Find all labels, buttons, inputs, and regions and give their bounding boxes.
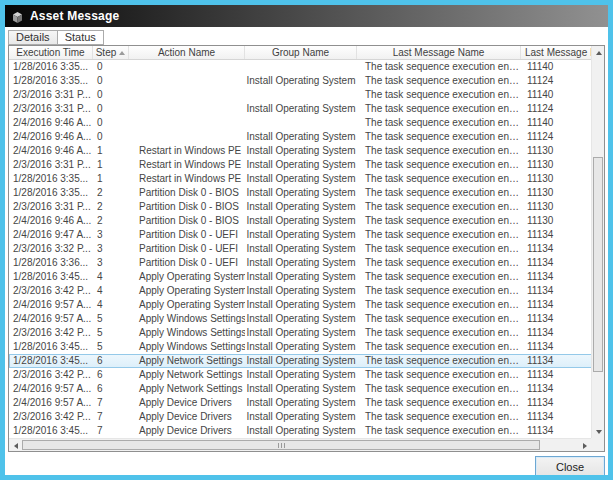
table-row[interactable]: 1/28/2016 3:35...1Restart in Windows PEI…: [9, 172, 604, 186]
table-cell: The task sequence execution engine st...: [357, 130, 521, 144]
table-row[interactable]: 2/3/2016 3:42 P...4Apply Operating Syste…: [9, 284, 604, 298]
table-cell: 6: [93, 368, 129, 382]
table-cell: 0: [93, 88, 129, 102]
table-cell: 5: [93, 326, 129, 340]
table-cell: Apply Device Drivers: [129, 396, 245, 410]
table-cell: Apply Network Settings: [129, 368, 245, 382]
table-row[interactable]: 2/4/2016 9:46 A...0The task sequence exe…: [9, 116, 604, 130]
table-row[interactable]: 1/28/2016 3:35...2Partition Disk 0 - BIO…: [9, 186, 604, 200]
horizontal-scrollbar[interactable]: [9, 438, 591, 451]
scroll-down-button[interactable]: [592, 425, 605, 438]
scrollbar-gripper: [284, 443, 285, 448]
table-cell: Install Operating System: [245, 396, 357, 410]
table-cell: The task sequence execution engine s...: [357, 214, 521, 228]
tab-status[interactable]: Status: [58, 30, 104, 45]
scrollbar-corner: [591, 438, 604, 451]
table-cell: 0: [93, 60, 129, 74]
table-cell: 2/4/2016 9:46 A...: [9, 130, 93, 144]
table-cell: Apply Windows Settings: [129, 340, 245, 354]
table-cell: Apply Operating System: [129, 298, 245, 312]
table-row[interactable]: 2/3/2016 3:32 P...3Partition Disk 0 - UE…: [9, 242, 604, 256]
table-cell: Install Operating System: [245, 312, 357, 326]
table-cell: Restart in Windows PE: [129, 158, 245, 172]
vertical-scrollbar[interactable]: [591, 46, 604, 438]
horizontal-scrollbar-thumb[interactable]: [22, 440, 540, 450]
table-row[interactable]: 1/28/2016 3:35...0The task sequence exec…: [9, 60, 604, 74]
table-row[interactable]: 2/3/2016 3:42 P...5Apply Windows Setting…: [9, 326, 604, 340]
table-row[interactable]: 1/28/2016 3:45...6Apply Network Settings…: [9, 354, 604, 368]
table-cell: 1/28/2016 3:45...: [9, 424, 93, 438]
table-row[interactable]: 2/3/2016 3:31 P...0The task sequence exe…: [9, 88, 604, 102]
vertical-scrollbar-thumb[interactable]: [593, 157, 603, 372]
table-cell: 5: [93, 312, 129, 326]
table-cell: The task sequence execution engine s...: [357, 256, 521, 270]
table-cell: Install Operating System: [245, 228, 357, 242]
table-cell: The task sequence execution engine s...: [357, 200, 521, 214]
scroll-right-button[interactable]: [578, 439, 591, 452]
table-cell: 1/28/2016 3:35...: [9, 74, 93, 88]
table-row[interactable]: 2/4/2016 9:57 A...5Apply Windows Setting…: [9, 312, 604, 326]
column-header-action-name[interactable]: Action Name: [129, 46, 245, 59]
column-header-group-name[interactable]: Group Name: [245, 46, 357, 59]
table-row[interactable]: 2/4/2016 9:47 A...3Partition Disk 0 - UE…: [9, 228, 604, 242]
column-header-last-message-name[interactable]: Last Message Name: [357, 46, 521, 59]
table-row[interactable]: 1/28/2016 3:35...0Install Operating Syst…: [9, 74, 604, 88]
table-cell: Install Operating System: [245, 144, 357, 158]
table-cell: Install Operating System: [245, 284, 357, 298]
table-cell: The task sequence execution engine s...: [357, 158, 521, 172]
table-cell: Install Operating System: [245, 354, 357, 368]
table-cell: 1/28/2016 3:35...: [9, 60, 93, 74]
table-row[interactable]: 2/3/2016 3:42 P...6Apply Network Setting…: [9, 368, 604, 382]
table-cell: [245, 116, 357, 130]
scroll-up-button[interactable]: [592, 46, 605, 59]
table-row[interactable]: 2/4/2016 9:57 A...7Apply Device DriversI…: [9, 396, 604, 410]
column-header-step-label: Step: [96, 46, 117, 59]
table-cell: The task sequence execution engine s...: [357, 242, 521, 256]
table-row[interactable]: 2/4/2016 9:57 A...4Apply Operating Syste…: [9, 298, 604, 312]
table-row[interactable]: 1/28/2016 3:45...5Apply Windows Settings…: [9, 340, 604, 354]
table-cell: [245, 60, 357, 74]
table-row[interactable]: 1/28/2016 3:45...7Apply Device DriversIn…: [9, 424, 604, 438]
table-cell: The task sequence execution engine s...: [357, 424, 521, 438]
table-row[interactable]: 2/4/2016 9:46 A...2Partition Disk 0 - BI…: [9, 214, 604, 228]
table-cell: The task sequence execution engine s...: [357, 228, 521, 242]
table-cell: Install Operating System: [245, 130, 357, 144]
table-row[interactable]: 2/3/2016 3:31 P...1Restart in Windows PE…: [9, 158, 604, 172]
column-header-execution-time[interactable]: Execution Time: [9, 46, 93, 59]
column-header-step[interactable]: Step: [93, 46, 129, 59]
content-area: Details Status Execution Time Step Actio…: [5, 27, 608, 475]
table-row[interactable]: 2/4/2016 9:46 A...1Restart in Windows PE…: [9, 144, 604, 158]
table-cell: The task sequence execution engine st...: [357, 116, 521, 130]
up-arrow-icon: [596, 51, 602, 55]
table-cell: Install Operating System: [245, 382, 357, 396]
table-cell: The task sequence execution engine s...: [357, 312, 521, 326]
table-cell: Apply Windows Settings: [129, 326, 245, 340]
table-row[interactable]: 1/28/2016 3:45...4Apply Operating System…: [9, 270, 604, 284]
left-arrow-icon: [14, 443, 18, 449]
tab-details[interactable]: Details: [8, 30, 58, 45]
table-cell: The task sequence execution engine s...: [357, 172, 521, 186]
table-cell: Partition Disk 0 - UEFI: [129, 242, 245, 256]
table-row[interactable]: 1/28/2016 3:36...3Partition Disk 0 - UEF…: [9, 256, 604, 270]
table-row[interactable]: 2/3/2016 3:31 P...0Install Operating Sys…: [9, 102, 604, 116]
table-cell: Apply Operating System: [129, 284, 245, 298]
table-cell: Install Operating System: [245, 410, 357, 424]
scroll-left-button[interactable]: [9, 439, 22, 452]
table-row[interactable]: 2/3/2016 3:42 P...7Apply Device DriversI…: [9, 410, 604, 424]
table-cell: 3: [93, 242, 129, 256]
table-row[interactable]: 2/4/2016 9:46 A...0Install Operating Sys…: [9, 130, 604, 144]
footer: Close: [8, 452, 605, 477]
table-cell: [129, 88, 245, 102]
table-cell: Install Operating System: [245, 340, 357, 354]
table-cell: [245, 88, 357, 102]
table-row[interactable]: 2/4/2016 9:57 A...6Apply Network Setting…: [9, 382, 604, 396]
close-button[interactable]: Close: [535, 456, 605, 477]
table-cell: 2/3/2016 3:42 P...: [9, 368, 93, 382]
table-cell: 2/3/2016 3:31 P...: [9, 158, 93, 172]
table-cell: 4: [93, 284, 129, 298]
titlebar[interactable]: Asset Message: [5, 5, 608, 27]
table-cell: The task sequence execution engine s...: [357, 326, 521, 340]
table-cell: The task sequence execution engine s...: [357, 396, 521, 410]
table-row[interactable]: 2/3/2016 3:31 P...2Partition Disk 0 - BI…: [9, 200, 604, 214]
table-cell: 2/3/2016 3:42 P...: [9, 284, 93, 298]
